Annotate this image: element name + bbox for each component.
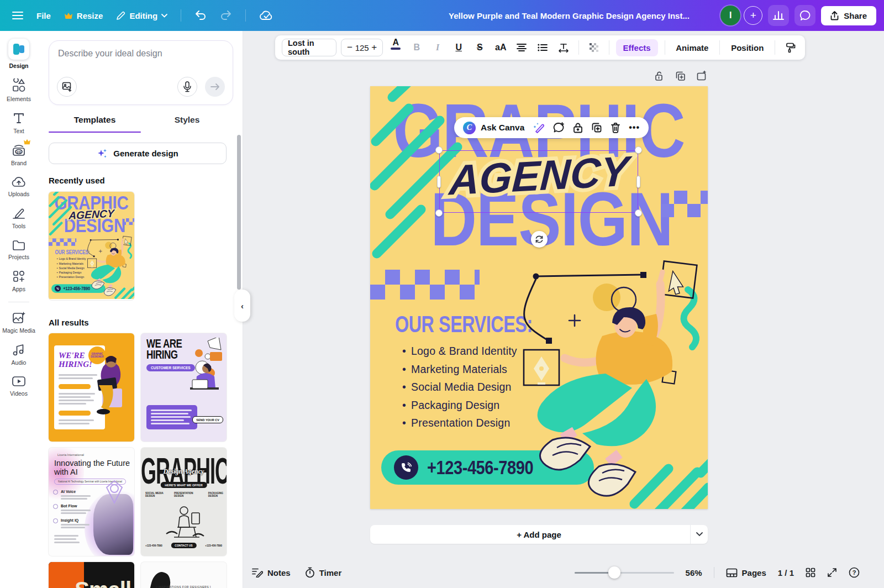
undo-button[interactable] [194,10,207,21]
add-page-button[interactable]: + Add page [370,525,708,544]
add-member-button[interactable]: + [744,6,762,25]
underline-button[interactable]: U [450,39,467,56]
image-add-icon [62,82,72,92]
help-button[interactable]: ? [849,567,860,578]
sidebar-item-brand[interactable]: co Brand [0,144,38,166]
export-page-icon [696,71,707,81]
copy-style-button[interactable] [782,39,798,56]
main-menu-button[interactable] [12,11,23,20]
comment-add-button[interactable] [553,122,565,133]
template-thumbnail-were-hiring[interactable]: WE'REHIRING! GRAPHIC DESIGNER [49,333,134,442]
resize-handle-nw[interactable] [435,146,443,154]
resize-handle-se[interactable] [635,209,642,217]
animate-button[interactable]: Animate [671,43,713,53]
sidebar-item-magic-media[interactable]: Magic Media [0,311,38,334]
lock-element-button[interactable] [573,122,583,133]
zoom-slider[interactable] [575,567,674,578]
timer-button[interactable]: Timer [305,567,342,578]
list-button[interactable] [534,39,551,56]
resize-menu[interactable]: Resize [64,11,103,20]
tab-styles[interactable]: Styles [141,109,233,133]
comments-button[interactable] [794,5,815,26]
document-title[interactable]: Yellow Purple and Teal Modern Graphic De… [436,11,702,20]
grid-view-button[interactable] [806,568,815,578]
panel-collapse-button[interactable]: ‹ [234,290,250,322]
duplicate-icon [591,122,602,133]
position-button[interactable]: Position [727,43,768,53]
panel-scrollbar[interactable] [237,135,241,290]
italic-button[interactable]: I [429,39,446,56]
template-thumbnail-graphic-agency[interactable]: GRAPHIC Design Agency HERE'S WHAT WE OFF… [141,448,227,556]
font-family-selector[interactable]: Lost in south [282,39,336,56]
template-thumbnail-inspirations[interactable]: [ INSPIRATIONS FOR DESIGNERS ] [141,562,227,588]
crown-icon [64,12,73,19]
fullscreen-button[interactable] [827,568,837,578]
hiring2-illustration [186,338,224,404]
effects-button[interactable]: Effects [616,39,658,56]
tab-templates[interactable]: Templates [49,109,141,133]
add-page-icon-button[interactable] [696,71,707,81]
template-thumbnail-ai-seminar[interactable]: Liceria International Innovating the Fut… [49,448,134,556]
resize-handle-ne[interactable] [635,146,642,154]
text-icon [12,112,25,125]
font-size-decrease[interactable]: − [347,42,352,53]
cloud-save-status[interactable] [259,10,273,21]
zoom-percent[interactable]: 56% [686,568,702,578]
designer-line-art [163,501,207,545]
font-size-value[interactable]: 125 [355,43,369,53]
duplicate-element-button[interactable] [591,122,602,133]
paint-roller-icon [785,43,796,53]
insights-button[interactable] [768,5,789,26]
pages-button[interactable]: Pages [726,568,766,578]
zoom-slider-thumb[interactable] [608,566,620,579]
ask-canva-button[interactable]: Ask Canva [481,123,524,133]
file-menu[interactable]: File [36,11,51,20]
template-thumbnail-we-are-hiring[interactable]: WE AREHIRING CUSTOMER SERVICES SEND YOUR… [141,333,227,442]
bold-button[interactable]: B [408,39,425,56]
music-note-icon [12,343,25,356]
share-button[interactable]: Share [821,6,876,25]
template-results-grid: WE'REHIRING! GRAPHIC DESIGNER WE AREHIRI… [49,333,233,588]
resize-handle-sw[interactable] [435,209,443,217]
text-case-button[interactable]: aA [492,39,509,56]
recently-used-template-thumbnail[interactable]: GRAPHIC DESIGN AGENCY AGENCY OUR SERVICE… [49,192,134,300]
sidebar-item-elements[interactable]: Elements [0,78,38,102]
generate-design-button[interactable]: Generate design [49,143,227,164]
strikethrough-button[interactable]: S [471,39,488,56]
magic-edit-button[interactable] [533,122,545,133]
font-size-increase[interactable]: + [371,42,377,53]
notes-button[interactable]: Notes [252,568,291,578]
sidebar-item-audio[interactable]: Audio [0,343,38,366]
sidebar-item-tools[interactable]: Tools [0,207,38,229]
sidebar-item-projects[interactable]: Projects [0,239,38,260]
spacing-button[interactable] [555,39,572,56]
apps-icon [12,270,25,283]
mini-poster-art: GRAPHIC DESIGN AGENCY AGENCY OUR SERVICE… [49,192,134,299]
add-image-button[interactable] [57,77,77,97]
sidebar-item-videos[interactable]: Videos [0,375,38,397]
lock-page-button[interactable] [654,71,665,81]
alignment-button[interactable] [513,39,530,56]
template-thumbnail-small[interactable]: Small [49,562,134,588]
voice-input-button[interactable] [177,77,197,97]
rotate-handle[interactable] [531,231,548,248]
prompt-input[interactable] [58,49,224,73]
redo-button[interactable] [220,10,232,21]
editing-mode-menu[interactable]: Editing [116,11,167,20]
delete-element-button[interactable] [611,122,620,133]
submit-prompt-button[interactable] [205,77,225,97]
text-color-button[interactable]: A [387,39,404,56]
sidebar-item-text[interactable]: Text [0,112,38,134]
add-page-expand-button[interactable] [690,525,708,544]
resize-handle-e[interactable] [636,176,640,188]
more-options-button[interactable]: ••• [629,123,640,133]
avatar[interactable]: I [720,6,740,25]
canvas-page[interactable]: GRAPHIC DESIGN AGENCY AGENCY OUR SERVICE… [370,86,708,509]
sidebar-item-design[interactable]: Design [0,39,38,69]
microphone-icon [183,81,192,92]
sidebar-item-uploads[interactable]: Uploads [0,176,38,197]
sidebar-item-apps[interactable]: Apps [0,270,38,292]
resize-handle-w[interactable] [437,176,441,188]
duplicate-page-button[interactable] [675,71,686,81]
transparency-button[interactable] [586,39,602,56]
